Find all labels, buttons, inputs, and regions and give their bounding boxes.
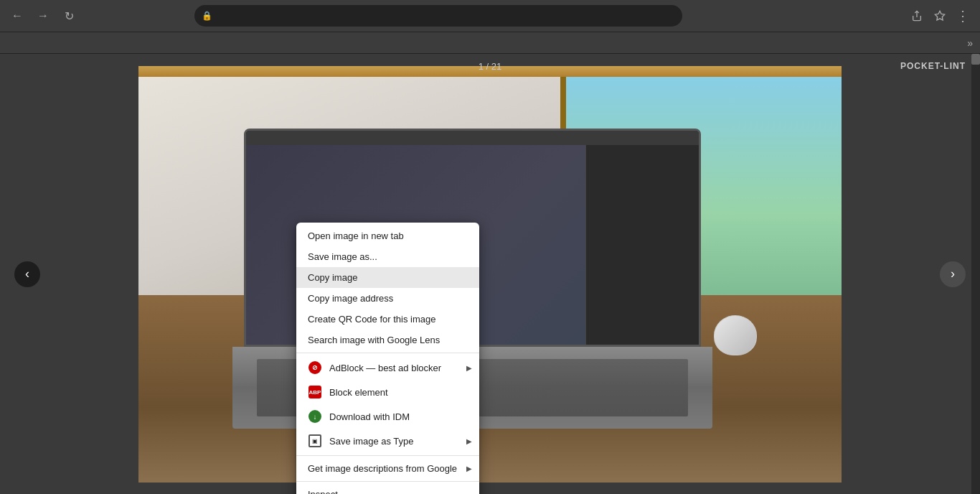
page-counter: 1 / 21: [479, 61, 502, 72]
context-menu-save-image-as[interactable]: Save image as...: [296, 246, 479, 267]
copy-image-address-label: Copy image address: [308, 293, 393, 304]
forward-button[interactable]: →: [33, 6, 53, 26]
laptop-scene: [138, 66, 842, 483]
adblock-icon-container: ⊘: [308, 360, 322, 375]
next-icon: ›: [951, 266, 955, 281]
image-viewer: 1 / 21 POCKET-LINT: [0, 54, 980, 494]
context-menu-save-image-type[interactable]: ▣ Save image as Type: [296, 429, 479, 453]
main-image: [138, 66, 842, 483]
block-element-label: Block element: [329, 387, 388, 398]
share-button[interactable]: [907, 6, 927, 26]
abp-icon-container: ABP: [308, 385, 322, 399]
abp-icon: ABP: [308, 386, 321, 399]
context-menu-block-element[interactable]: ABP Block element: [296, 380, 479, 404]
cup: [714, 315, 757, 365]
source-label: POCKET-LINT: [900, 61, 966, 71]
bookmarks-chevron-icon[interactable]: »: [967, 37, 973, 49]
idm-icon: ↓: [308, 410, 321, 423]
context-menu-adblock[interactable]: ⊘ AdBlock — best ad blocker: [296, 355, 479, 380]
context-menu-open-new-tab[interactable]: Open image in new tab: [296, 225, 479, 246]
context-menu: Open image in new tab Save image as... C…: [296, 223, 479, 494]
save-type-icon-container: ▣: [308, 434, 322, 448]
address-input[interactable]: [217, 11, 675, 22]
back-button[interactable]: ←: [7, 6, 27, 26]
back-icon: ←: [11, 9, 23, 22]
next-image-button[interactable]: ›: [940, 261, 966, 287]
browser-menu-button[interactable]: ⋮: [953, 6, 973, 26]
get-descriptions-label: Get image descriptions from Google: [308, 463, 457, 474]
page-content: 1 / 21 POCKET-LINT: [0, 54, 980, 494]
download-idm-label: Download with IDM: [329, 411, 410, 422]
toolbar-right: ⋮: [907, 6, 973, 26]
context-menu-download-idm[interactable]: ↓ Download with IDM: [296, 404, 479, 429]
context-menu-separator-2: [296, 455, 479, 456]
prev-icon: ‹: [25, 266, 29, 281]
scrollbar[interactable]: [971, 54, 980, 494]
cup-body: [714, 315, 757, 355]
reload-icon: ↻: [65, 9, 74, 23]
browser-toolbar: ← → ↻ 🔒 ⋮: [0, 0, 980, 32]
context-menu-separator-3: [296, 481, 479, 482]
context-menu-get-descriptions[interactable]: Get image descriptions from Google: [296, 458, 479, 479]
svg-marker-1: [935, 11, 944, 20]
scrollbar-thumb[interactable]: [971, 54, 980, 65]
context-menu-copy-image[interactable]: Copy image: [296, 267, 479, 288]
context-menu-search-google-lens[interactable]: Search image with Google Lens: [296, 330, 479, 350]
context-menu-create-qr[interactable]: Create QR Code for this image: [296, 309, 479, 330]
screen-toolbar: [246, 131, 699, 145]
bookmark-button[interactable]: [930, 6, 950, 26]
search-google-lens-label: Search image with Google Lens: [308, 335, 440, 345]
copy-image-label: Copy image: [308, 272, 357, 283]
context-menu-copy-image-address[interactable]: Copy image address: [296, 288, 479, 309]
save-image-type-label: Save image as Type: [329, 436, 414, 447]
screen-sidebar: [585, 145, 699, 345]
create-qr-label: Create QR Code for this image: [308, 314, 435, 325]
context-menu-separator-1: [296, 353, 479, 353]
forward-icon: →: [37, 9, 49, 22]
prev-image-button[interactable]: ‹: [14, 261, 40, 287]
reload-button[interactable]: ↻: [59, 6, 79, 26]
adblock-label: AdBlock — best ad blocker: [329, 363, 441, 373]
adblock-icon: ⊘: [308, 361, 321, 374]
lock-icon: 🔒: [202, 11, 212, 21]
open-new-tab-label: Open image in new tab: [308, 230, 404, 241]
save-image-as-label: Save image as...: [308, 251, 377, 262]
address-bar[interactable]: 🔒: [194, 5, 682, 27]
inspect-label: Inspect: [308, 489, 338, 494]
idm-icon-container: ↓: [308, 409, 322, 424]
bookmarks-bar: »: [0, 32, 980, 54]
context-menu-inspect[interactable]: Inspect: [296, 484, 479, 494]
save-type-icon: ▣: [308, 434, 321, 447]
